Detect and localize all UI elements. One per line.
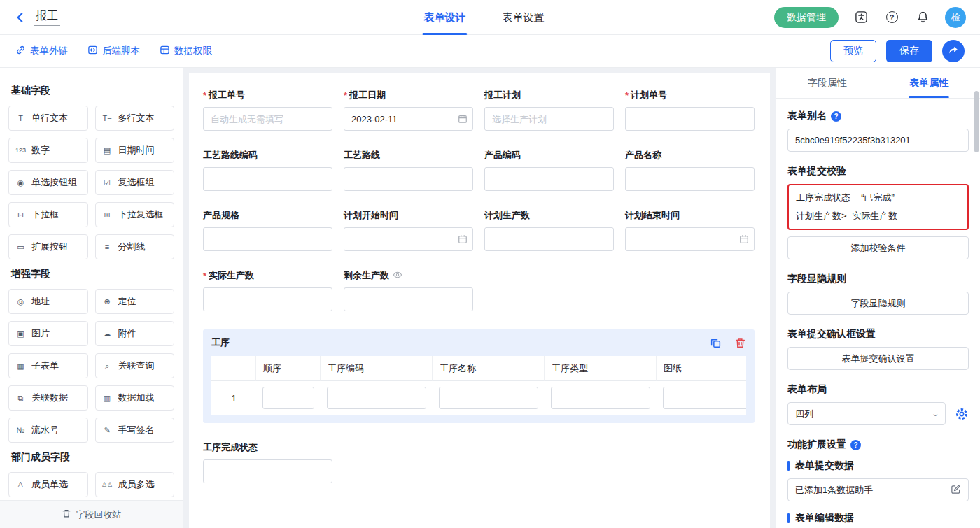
help-icon[interactable]: ?: [883, 9, 900, 26]
field-remaining-qty[interactable]: 剩余生产数: [344, 269, 473, 311]
field-product-code[interactable]: 产品编码: [484, 149, 614, 191]
sidebar-item-subform[interactable]: ▦子表单: [8, 353, 88, 378]
plan-no-input[interactable]: [625, 107, 755, 131]
sidebar-item-checkbox-group[interactable]: ☑复选框组: [95, 170, 175, 195]
product-spec-input[interactable]: [203, 227, 332, 251]
sidebar-item-location[interactable]: ⊕定位: [95, 289, 175, 314]
backend-script-link[interactable]: 后端脚本: [88, 45, 140, 57]
data-load-icon: ▥: [102, 394, 113, 403]
validation-rule[interactable]: 计划生产数>=实际生产数: [796, 207, 960, 225]
sidebar-item-multi-line-text[interactable]: T≡多行文本: [95, 106, 175, 131]
report-date-input[interactable]: [344, 107, 473, 131]
tab-form-properties[interactable]: 表单属性: [878, 68, 980, 98]
field-product-name[interactable]: 产品名称: [625, 149, 755, 191]
process-type-input[interactable]: [551, 387, 650, 409]
sidebar-item-attachment[interactable]: ☁附件: [95, 321, 175, 346]
add-validation-button[interactable]: 添加校验条件: [788, 236, 969, 259]
notification-bell-icon[interactable]: [914, 9, 931, 26]
field-report-no[interactable]: 报工单号: [203, 89, 332, 131]
sidebar-item-linked-data[interactable]: ⧉关联数据: [8, 385, 88, 411]
product-code-input[interactable]: [484, 167, 614, 191]
sidebar-item-datetime[interactable]: ▤日期时间: [95, 138, 175, 163]
sidebar-item-member-multi[interactable]: ♙♙成员多选: [95, 472, 175, 497]
sidebar-item-select[interactable]: ⊡下拉框: [8, 202, 88, 227]
process-code-input[interactable]: [327, 387, 426, 409]
sidebar-item-serial-number[interactable]: №流水号: [8, 418, 88, 443]
save-button[interactable]: 保存: [886, 40, 932, 62]
route-input[interactable]: [344, 167, 473, 191]
submit-confirm-button[interactable]: 表单提交确认设置: [788, 347, 969, 370]
sidebar-item-address[interactable]: ◎地址: [8, 289, 88, 314]
display-rules-section: 字段显隐规则 字段显隐规则: [788, 273, 969, 315]
header-tabs: 表单设计 表单设置: [424, 0, 544, 35]
sidebar-item-radio-group[interactable]: ◉单选按钮组: [8, 170, 88, 195]
sidebar-item-data-load[interactable]: ▥数据加载: [95, 385, 175, 411]
report-no-input[interactable]: [203, 107, 332, 131]
field-plan-qty[interactable]: 计划生产数: [484, 209, 614, 251]
form-title[interactable]: 报工: [34, 9, 60, 26]
translate-icon[interactable]: [853, 9, 869, 26]
preview-button[interactable]: 预览: [830, 40, 876, 62]
back-icon[interactable]: [14, 11, 27, 24]
gear-icon[interactable]: [955, 407, 969, 421]
alias-help-icon[interactable]: ?: [831, 111, 841, 122]
sidebar-item-multi-select[interactable]: ⊞下拉复选框: [95, 202, 175, 227]
image-icon: ▣: [15, 329, 27, 338]
avatar[interactable]: 检: [945, 7, 966, 28]
process-name-input[interactable]: [439, 387, 538, 409]
edit-icon[interactable]: [951, 484, 961, 497]
sidebar-item-single-line-text[interactable]: T单行文本: [8, 106, 88, 131]
form-external-link[interactable]: 表单外链: [15, 45, 68, 57]
plan-qty-input[interactable]: [484, 227, 614, 251]
delete-icon[interactable]: [734, 337, 746, 349]
sidebar-item-number[interactable]: 123数字: [8, 138, 88, 163]
chevron-down-icon: ⌄: [931, 410, 940, 418]
tab-form-settings[interactable]: 表单设置: [502, 0, 544, 35]
data-permission-link[interactable]: 数据权限: [160, 45, 212, 57]
panel-scrollbar[interactable]: [974, 91, 979, 152]
field-route[interactable]: 工艺路线: [344, 149, 473, 191]
field-report-date[interactable]: 报工日期: [344, 89, 473, 131]
share-button[interactable]: [942, 40, 965, 62]
plan-start-time-input[interactable]: [344, 227, 473, 251]
validation-rule[interactable]: 工序完成状态==“已完成”: [796, 189, 960, 207]
product-name-input[interactable]: [625, 167, 755, 191]
display-rules-button[interactable]: 字段显隐规则: [788, 292, 969, 315]
field-plan-start-time[interactable]: 计划开始时间: [344, 209, 473, 251]
tab-form-design[interactable]: 表单设计: [424, 0, 465, 35]
permission-icon: [160, 45, 170, 57]
layout-select[interactable]: 四列 ⌄: [788, 402, 946, 425]
sidebar-item-divider[interactable]: ≡分割线: [95, 234, 175, 259]
tab-field-properties[interactable]: 字段属性: [776, 68, 878, 98]
field-route-code[interactable]: 工艺路线编码: [203, 149, 332, 191]
data-assistant-box[interactable]: 已添加1条数据助手: [788, 478, 969, 501]
field-plan-no[interactable]: 计划单号: [625, 89, 755, 131]
field-product-spec[interactable]: 产品规格: [203, 209, 332, 251]
field-plan-end-time[interactable]: 计划结束时间: [625, 209, 755, 251]
drawing-input[interactable]: [663, 387, 746, 409]
data-manage-button[interactable]: 数据管理: [774, 7, 839, 28]
extension-help-icon[interactable]: ?: [850, 440, 861, 450]
sidebar-item-member-single[interactable]: ♙成员单选: [8, 472, 88, 497]
sidebar-item-handwritten-signature[interactable]: ✎手写签名: [95, 418, 175, 443]
field-actual-qty[interactable]: 实际生产数: [203, 269, 332, 311]
remaining-qty-input[interactable]: [344, 287, 473, 311]
validation-rules-highlight: 工序完成状态==“已完成” 计划生产数>=实际生产数: [788, 184, 969, 230]
sidebar-item-image[interactable]: ▣图片: [8, 321, 88, 346]
field-report-plan[interactable]: 报工计划: [484, 89, 614, 131]
sidebar-item-lookup-query[interactable]: ⌕关联查询: [95, 353, 175, 378]
field-process-status[interactable]: 工序完成状态: [203, 441, 332, 483]
actual-qty-input[interactable]: [203, 287, 332, 311]
route-code-input[interactable]: [203, 167, 332, 191]
subform-process[interactable]: 工序 顺序 工序编码 工序名称 工序类型 图纸: [203, 329, 755, 423]
process-status-input[interactable]: [203, 459, 332, 483]
copy-icon[interactable]: [710, 337, 722, 349]
field-recycle-bin[interactable]: 字段回收站: [0, 500, 183, 528]
plan-end-time-input[interactable]: [625, 227, 755, 251]
submit-validation-section: 表单提交校验 工序完成状态==“已完成” 计划生产数>=实际生产数 添加校验条件: [788, 165, 969, 259]
lookup-query-icon: ⌕: [102, 362, 113, 371]
form-alias-input[interactable]: [788, 129, 969, 152]
sidebar-item-extend-button[interactable]: ▭扩展按钮: [8, 234, 88, 259]
report-plan-input[interactable]: [484, 107, 614, 131]
order-input[interactable]: [262, 387, 314, 409]
